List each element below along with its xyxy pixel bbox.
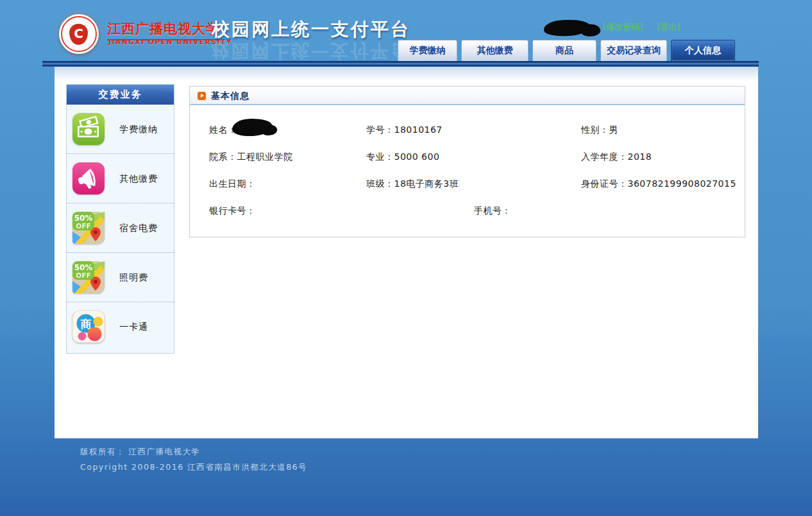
sidebar-item-dorm-electricity[interactable]: 50% OFF 宿舍电费 (67, 203, 174, 253)
tab-transaction-records[interactable]: 交易记录查询 (600, 40, 667, 61)
sidebar-item-label: 一卡通 (119, 302, 148, 351)
footer-copyright-en: Copyright 2008-2016 江西省南昌市洪都北大道86号 (80, 462, 307, 473)
content-container: 交费业务 (55, 67, 758, 438)
sidebar-payment-services: 交费业务 (66, 84, 174, 354)
tab-other-fees[interactable]: 其他缴费 (461, 40, 529, 61)
university-seal-icon (59, 14, 99, 54)
field-gender: 性别：男 (581, 125, 618, 136)
tab-personal-info[interactable]: 个人信息 (671, 40, 735, 61)
seal-emblem (69, 24, 88, 45)
sidebar-item-label: 学费缴纳 (119, 105, 158, 153)
svg-text:50%: 50% (74, 214, 93, 223)
header-links: [修改密码] [退出] (603, 21, 680, 33)
change-password-link[interactable]: [修改密码] (603, 21, 643, 33)
sidebar-title: 交费业务 (67, 85, 174, 105)
shop-circles-icon: 商 (72, 310, 105, 343)
svg-text:商: 商 (81, 318, 92, 331)
main-nav-tabs: 学费缴纳 其他缴费 商品 交易记录查询 个人信息 (398, 40, 735, 61)
field-enrollment-year: 入学年度：2018 (581, 151, 652, 163)
megaphone-icon (72, 162, 105, 195)
name-redaction-blob (232, 118, 273, 137)
sidebar-item-tuition[interactable]: 学费缴纳 (67, 105, 174, 154)
username-redaction-blob (544, 19, 591, 37)
field-major: 专业：5000 600 (366, 151, 439, 163)
tab-goods[interactable]: 商品 (532, 40, 596, 61)
field-phone: 手机号： (474, 205, 511, 217)
arrow-right-bullet-icon (198, 92, 206, 100)
field-id-number: 身份证号：360782199908027015 (581, 178, 736, 190)
svg-text:50%: 50% (74, 263, 93, 272)
money-banknotes-icon (72, 112, 105, 146)
section-title: 基本信息 (211, 87, 250, 105)
footer-copyright-cn: 版权所有： 江西广播电视大学 (80, 447, 200, 458)
field-department: 院系：工程职业学院 (209, 151, 293, 163)
sidebar-item-label: 宿舍电费 (119, 203, 158, 252)
platform-title-reflection: 校园网上统一支付平台 (212, 39, 410, 63)
sidebar-item-label: 照明费 (119, 253, 148, 302)
sidebar-item-lighting-fee[interactable]: 50% OFF 照明费 (67, 253, 174, 302)
map-discount-icon: 50% OFF (72, 211, 105, 245)
field-bank-card: 银行卡号： (209, 205, 256, 217)
sidebar-item-label: 其他缴费 (119, 154, 158, 203)
svg-text:OFF: OFF (76, 222, 90, 230)
field-class: 班级：18电子商务3班 (366, 178, 459, 190)
map-discount-icon: 50% OFF (72, 261, 105, 294)
sidebar-item-other-fees[interactable]: 其他缴费 (67, 154, 174, 203)
field-student-id: 学号：18010167 (366, 125, 443, 136)
basic-info-panel: 基本信息 姓名： 学号：18010167 性别：男 院系：工程职业学院 专业：5… (189, 86, 745, 237)
payment-platform-page: 江西广播电视大学 JIANGXI OPEN UNIVERSITY 校园网上统一支… (0, 0, 812, 516)
svg-text:OFF: OFF (76, 271, 90, 279)
tab-tuition-payment[interactable]: 学费缴纳 (398, 40, 457, 61)
basic-info-header: 基本信息 (190, 87, 745, 105)
logout-link[interactable]: [退出] (657, 21, 680, 33)
header-divider-bar (42, 61, 759, 67)
sidebar-item-campus-card[interactable]: 商 一卡通 (67, 302, 174, 352)
field-birth-date: 出生日期： (209, 178, 256, 190)
